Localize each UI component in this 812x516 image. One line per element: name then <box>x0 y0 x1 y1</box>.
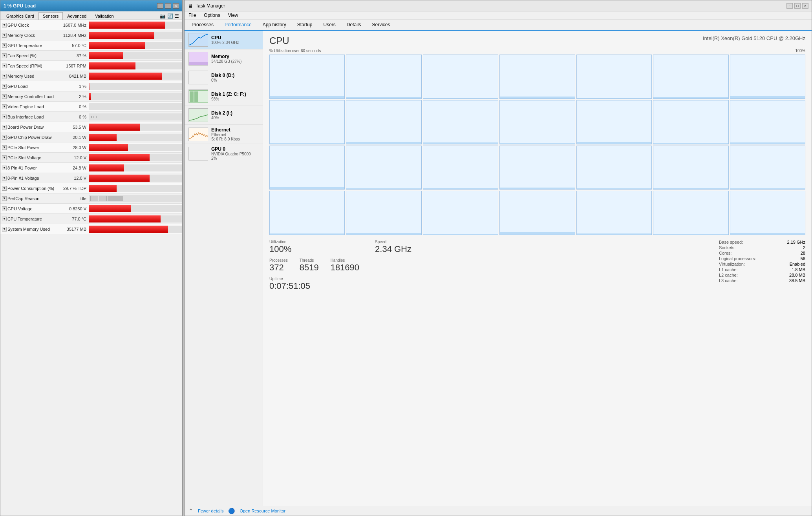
dropdown-arrow-chip-power[interactable]: ▼ <box>2 135 7 140</box>
tab-processes[interactable]: Processes <box>186 20 219 31</box>
sidebar-item-cpu[interactable]: CPU 100% 2.34 GHz <box>185 31 263 49</box>
gpuz-label-video-engine: ▼Video Engine Load <box>0 104 57 109</box>
gpuz-icon-camera[interactable]: 📷 <box>160 13 166 19</box>
dropdown-arrow-gpu-temp[interactable]: ▼ <box>2 43 7 48</box>
gpuz-label-pcie-slot-voltage: ▼PCIe Slot Voltage <box>0 155 57 160</box>
cpu-core-0 <box>269 55 345 99</box>
sidebar-item-disk2[interactable]: Disk 2 (I:) 40% <box>185 106 263 125</box>
dropdown-arrow-video-engine[interactable]: ▼ <box>2 104 7 109</box>
gpuz-value-pcie-slot-power: 28.0 W <box>57 145 89 150</box>
dropdown-arrow-pcie-slot-power[interactable]: ▼ <box>2 145 7 150</box>
gpuz-bar-8pin-power <box>89 164 182 171</box>
gpuz-value-8pin-power: 24.8 W <box>57 166 89 170</box>
cpu-core-6 <box>730 55 805 99</box>
gpuz-label-chip-power: ▼GPU Chip Power Draw <box>0 135 57 140</box>
svg-rect-4 <box>189 71 208 84</box>
gpuz-maximize-button[interactable]: □ <box>165 3 171 9</box>
sidebar-thumb-disk0 <box>188 71 208 84</box>
taskmgr-maximize-button[interactable]: □ <box>794 3 801 9</box>
cpu-core-5 <box>653 55 728 99</box>
gpuz-icon-refresh[interactable]: 🔄 <box>167 13 173 19</box>
cpu-virt-value: Enabled <box>790 262 805 266</box>
fewer-details-link[interactable]: Fewer details <box>198 509 223 513</box>
tab-advanced[interactable]: Advanced <box>63 12 91 20</box>
dropdown-arrow-bus-load[interactable]: ▼ <box>2 115 7 119</box>
menu-view[interactable]: View <box>227 12 240 18</box>
tab-details[interactable]: Details <box>341 20 367 31</box>
tab-services[interactable]: Services <box>367 20 396 31</box>
gpuz-bar-gpu-temp <box>89 42 182 49</box>
open-resource-monitor-link[interactable]: Open Resource Monitor <box>240 509 285 513</box>
cpu-l3-value: 38.5 MB <box>789 278 805 283</box>
cpu-model: Intel(R) Xeon(R) Gold 5120 CPU @ 2.20GHz <box>703 35 805 41</box>
gpuz-row-memory-used: ▼Memory Used 8421 MB <box>0 71 182 81</box>
gpuz-label-fan-rpm: ▼Fan Speed (RPM) <box>0 64 57 68</box>
sidebar-item-disk1[interactable]: Disk 1 (Z: C: F:) 98% <box>185 87 263 106</box>
tab-users[interactable]: Users <box>318 20 341 31</box>
gpuz-label-memory-used: ▼Memory Used <box>0 74 57 78</box>
dropdown-arrow-gpu-clock[interactable]: ▼ <box>2 23 7 27</box>
taskmgr-titlebar: 🖥 Task Manager − □ × <box>185 0 812 11</box>
taskmgr-window: 🖥 Task Manager − □ × File Options View P… <box>184 0 812 516</box>
cpu-l2-label: L2 cache: <box>719 273 738 277</box>
menu-file[interactable]: File <box>187 12 198 18</box>
gpuz-value-board-power: 53.5 W <box>57 125 89 129</box>
cpu-core-11 <box>576 100 652 144</box>
cpu-core-17 <box>499 146 575 190</box>
dropdown-arrow-gpu-voltage[interactable]: ▼ <box>2 206 7 211</box>
svg-rect-10 <box>189 128 208 141</box>
gpuz-row-memory-clock: ▼Memory Clock 1128.4 MHz <box>0 30 182 40</box>
dropdown-arrow-board-power[interactable]: ▼ <box>2 125 7 129</box>
taskmgr-close-button[interactable]: × <box>802 3 808 9</box>
dropdown-arrow-perfcap[interactable]: ▼ <box>2 196 7 201</box>
dropdown-arrow-8pin-voltage[interactable]: ▼ <box>2 176 7 181</box>
tab-app-history[interactable]: App history <box>257 20 292 31</box>
gpuz-close-button[interactable]: × <box>173 3 179 9</box>
tab-sensors[interactable]: Sensors <box>38 12 63 20</box>
dropdown-arrow-pcie-slot-voltage[interactable]: ▼ <box>2 155 7 160</box>
sidebar-item-gpu0[interactable]: GPU 0 NVIDIA Quadro P5000 2% <box>185 144 263 163</box>
cpu-core-7 <box>269 100 345 144</box>
gpuz-row-video-engine: ▼Video Engine Load 0 % <box>0 102 182 112</box>
gpuz-value-gpu-load: 1 % <box>57 84 89 89</box>
sidebar-item-ethernet[interactable]: Ethernet Ethernet S: 0 R: 8.0 Kbps <box>185 125 263 144</box>
sidebar-thumb-cpu <box>188 33 208 47</box>
cpu-details-right: Base speed: 2.19 GHz Sockets: 2 Cores: 2… <box>719 240 805 291</box>
gpuz-row-gpu-clock: ▼GPU Clock 1607.0 MHz <box>0 20 182 30</box>
resource-monitor-icon: 🔵 <box>228 508 235 514</box>
dropdown-arrow-memory-used[interactable]: ▼ <box>2 74 7 78</box>
cpu-base-speed-value: 2.19 GHz <box>787 240 805 244</box>
gpuz-sensor-rows: ▼GPU Clock 1607.0 MHz ▼Memory Clock 1128… <box>0 20 182 516</box>
gpuz-bar-memory-used <box>89 73 182 80</box>
sidebar-item-memory[interactable]: Memory 34/128 GB (27%) <box>185 49 263 68</box>
tab-startup[interactable]: Startup <box>292 20 318 31</box>
cpu-core-23 <box>423 191 498 235</box>
cpu-header: CPU Intel(R) Xeon(R) Gold 5120 CPU @ 2.2… <box>269 35 805 46</box>
gpuz-value-mem-ctrl-load: 2 % <box>57 94 89 99</box>
tab-graphics-card[interactable]: Graphics Card <box>2 12 38 20</box>
dropdown-arrow-memory-clock[interactable]: ▼ <box>2 33 7 38</box>
taskmgr-minimize-button[interactable]: − <box>786 3 793 9</box>
cpu-l1-label: L1 cache: <box>719 267 738 272</box>
gpuz-titlebar: 1 % GPU Load − □ × <box>0 0 182 11</box>
cpu-sockets-value: 2 <box>803 245 805 250</box>
gpuz-value-cpu-temp: 77.0 °C <box>57 217 89 221</box>
dropdown-arrow-mem-ctrl-load[interactable]: ▼ <box>2 94 7 99</box>
tab-performance[interactable]: Performance <box>219 20 257 31</box>
sidebar-item-disk0[interactable]: Disk 0 (D:) 0% <box>185 68 263 87</box>
cpu-logical-label: Logical processors: <box>719 256 756 261</box>
dropdown-arrow-8pin-power[interactable]: ▼ <box>2 166 7 170</box>
dropdown-arrow-fan-pct[interactable]: ▼ <box>2 53 7 58</box>
gpuz-icon-menu[interactable]: ☰ <box>175 13 179 19</box>
gpuz-row-gpu-temp: ▼GPU Temperature 57.0 °C <box>0 40 182 51</box>
dropdown-arrow-power-consumption[interactable]: ▼ <box>2 186 7 191</box>
gpuz-minimize-button[interactable]: − <box>157 3 163 9</box>
dropdown-arrow-sys-mem-used[interactable]: ▼ <box>2 227 7 232</box>
gpuz-row-8pin-power: ▼8 Pin #1 Power 24.8 W <box>0 163 182 173</box>
menu-options[interactable]: Options <box>202 12 221 18</box>
dropdown-arrow-gpu-load[interactable]: ▼ <box>2 84 7 89</box>
dropdown-arrow-cpu-temp[interactable]: ▼ <box>2 217 7 221</box>
tab-validation[interactable]: Validation <box>91 12 118 20</box>
dropdown-arrow-fan-rpm[interactable]: ▼ <box>2 64 7 68</box>
gpuz-value-bus-load: 0 % <box>57 115 89 119</box>
